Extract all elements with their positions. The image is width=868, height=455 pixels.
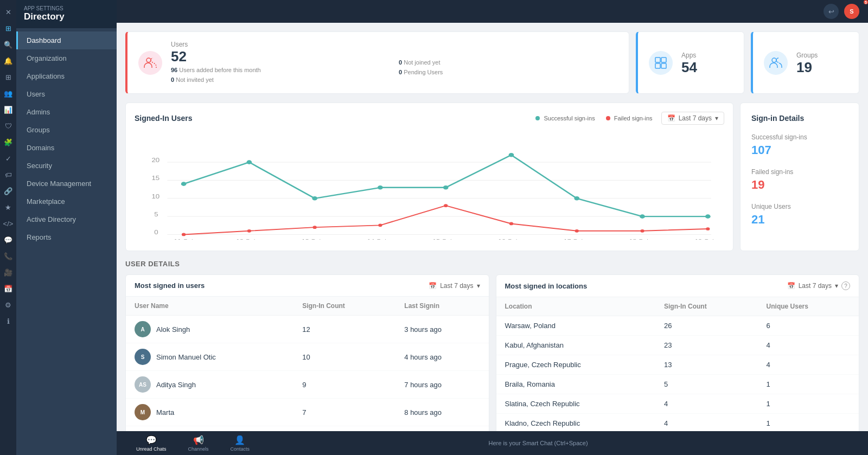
topbar-avatar[interactable]: S 5 <box>844 4 859 19</box>
sidebar-item-users[interactable]: Users <box>16 85 117 103</box>
user-name-cell: S Simon Manuel Otic <box>126 343 293 371</box>
table-row: Braila, Romania 5 1 <box>496 375 859 394</box>
puzzle-icon[interactable]: 🧩 <box>1 134 16 150</box>
grid-icon[interactable]: ⊞ <box>1 69 16 85</box>
added-label: Users added before this month <box>179 67 260 73</box>
location-cell: Kabul, Afghanistan <box>496 336 656 355</box>
location-cell: Warsaw, Poland <box>496 316 656 336</box>
most-signed-locations-table: Location Sign-In Count Unique Users Wars… <box>496 297 859 431</box>
sidebar-item-groups[interactable]: Groups <box>16 121 117 139</box>
signin-count-cell: 7 <box>293 399 395 426</box>
avatar: M <box>135 404 151 420</box>
svg-rect-1 <box>655 57 660 62</box>
svg-rect-4 <box>661 63 666 68</box>
contacts-tab[interactable]: 👤 Contacts <box>220 433 261 454</box>
topbar: ↩ S 5 <box>117 0 868 23</box>
signin-count-cell: 6 <box>293 426 395 431</box>
user-name-cell: DD Dariusz Dabrowski <box>126 426 293 431</box>
home-icon[interactable]: ⊞ <box>1 21 16 36</box>
svg-text:0: 0 <box>154 229 158 236</box>
sidebar-item-domains[interactable]: Domains <box>16 139 117 157</box>
sidebar-item-active-directory[interactable]: Active Directory <box>16 210 117 228</box>
table-row: Kabul, Afghanistan 23 4 <box>496 336 859 355</box>
phone-icon[interactable]: 📞 <box>1 248 16 264</box>
sidebar-title: Directory <box>24 11 109 22</box>
apps-stat-label: Apps <box>681 52 733 59</box>
sidebar: App Settings Directory Dashboard Organiz… <box>16 0 117 455</box>
svg-point-26 <box>247 161 252 165</box>
legend-failed: Failed sign-ins <box>606 115 653 121</box>
success-dot <box>535 116 540 120</box>
close-icon[interactable]: ✕ <box>1 4 16 20</box>
sidebar-item-reports[interactable]: Reports <box>16 228 117 246</box>
location-cell: Braila, Romania <box>496 375 656 394</box>
shield-icon[interactable]: 🛡 <box>1 118 16 133</box>
info-icon[interactable]: ℹ <box>1 313 16 329</box>
location-cell: Slatina, Czech Republic <box>496 394 656 414</box>
msg-icon[interactable]: 💬 <box>1 232 16 247</box>
svg-rect-2 <box>661 57 666 62</box>
most-locations-filter[interactable]: 📅 Last 7 days ▾ ? <box>787 281 850 290</box>
table-row: Kladno, Czech Republic 4 1 <box>496 414 859 431</box>
failed-dot <box>606 116 610 120</box>
svg-point-36 <box>313 226 317 229</box>
tag-icon[interactable]: 🏷 <box>1 167 16 182</box>
last-signin-cell: 7 hours ago <box>395 371 488 399</box>
svg-point-40 <box>575 229 579 233</box>
chart-filter-button[interactable]: 📅 Last 7 days ▾ <box>661 112 724 125</box>
user-details-section: USER DETAILS Most signed in users 📅 Last… <box>125 260 859 431</box>
search-icon[interactable]: 🔍 <box>1 37 16 52</box>
col-loc-unique-users: Unique Users <box>758 297 859 316</box>
loc-unique-users-cell: 1 <box>758 414 859 431</box>
sidebar-item-marketplace[interactable]: Marketplace <box>16 193 117 210</box>
users-stat-value: 52 <box>171 49 390 63</box>
user-name: Marta <box>156 408 174 416</box>
col-username: User Name <box>126 297 293 316</box>
signin-details-panel: Sign-in Details Successful sign-ins 107 … <box>740 102 859 251</box>
chart-card: Signed-In Users Successful sign-ins Fail… <box>125 102 733 251</box>
code-icon[interactable]: </> <box>1 216 16 231</box>
gear-icon[interactable]: ⚙ <box>1 297 16 312</box>
svg-point-33 <box>705 215 711 219</box>
star-icon[interactable]: ★ <box>1 200 16 215</box>
sidebar-item-dashboard[interactable]: Dashboard <box>16 31 117 49</box>
svg-point-35 <box>247 229 251 233</box>
app-label: App Settings <box>24 5 109 11</box>
most-signed-users-title: Most signed in users <box>135 281 205 290</box>
sidebar-item-device-management[interactable]: Device Management <box>16 175 117 193</box>
contacts-icon: 👤 <box>234 435 245 445</box>
col-location: Location <box>496 297 656 316</box>
calendar-icon[interactable]: 📅 <box>1 281 16 296</box>
user-check-icon[interactable]: ✓ <box>1 151 16 166</box>
groups-stat-value: 19 <box>796 60 848 74</box>
unread-chats-tab[interactable]: 💬 Unread Chats <box>125 433 177 454</box>
most-signed-users-header: Most signed in users 📅 Last 7 days ▾ <box>126 275 489 297</box>
channels-tab[interactable]: 📢 Channels <box>177 433 220 454</box>
signed-in-users-chart: 0 5 10 15 20 11 Oct 12 Oct 13 Oct 14 Oct <box>135 131 724 240</box>
sidebar-item-applications[interactable]: Applications <box>16 67 117 85</box>
svg-point-25 <box>181 182 187 187</box>
pending-label: Pending Users <box>404 69 443 75</box>
help-icon[interactable]: ? <box>841 281 850 290</box>
people-icon[interactable]: 👥 <box>1 86 16 101</box>
tables-row: Most signed in users 📅 Last 7 days ▾ Use… <box>125 274 859 431</box>
smart-chat-hint: Here is your Smart Chat (Ctrl+Space) <box>489 440 588 446</box>
loc-unique-users-cell: 4 <box>758 336 859 355</box>
calendar-icon-loc: 📅 <box>787 282 795 290</box>
signin-count-cell: 9 <box>293 371 395 399</box>
successful-signins-label: Successful sign-ins <box>751 133 848 141</box>
most-signed-filter[interactable]: 📅 Last 7 days ▾ <box>429 282 480 290</box>
topbar-history-icon[interactable]: ↩ <box>824 4 839 19</box>
chevron-down-icon: ▾ <box>715 114 718 122</box>
link-icon[interactable]: 🔗 <box>1 183 16 198</box>
sidebar-nav: Dashboard Organization Applications User… <box>16 28 117 455</box>
channels-icon: 📢 <box>193 435 204 445</box>
video-icon[interactable]: 🎥 <box>1 265 16 280</box>
sidebar-item-admins[interactable]: Admins <box>16 103 117 121</box>
sidebar-item-security[interactable]: Security <box>16 157 117 175</box>
user-name-cell: M Marta <box>126 399 293 426</box>
sidebar-item-organization[interactable]: Organization <box>16 49 117 67</box>
chart-icon[interactable]: 📊 <box>1 102 16 117</box>
bell-icon[interactable]: 🔔 <box>1 53 16 68</box>
svg-point-31 <box>574 196 579 201</box>
